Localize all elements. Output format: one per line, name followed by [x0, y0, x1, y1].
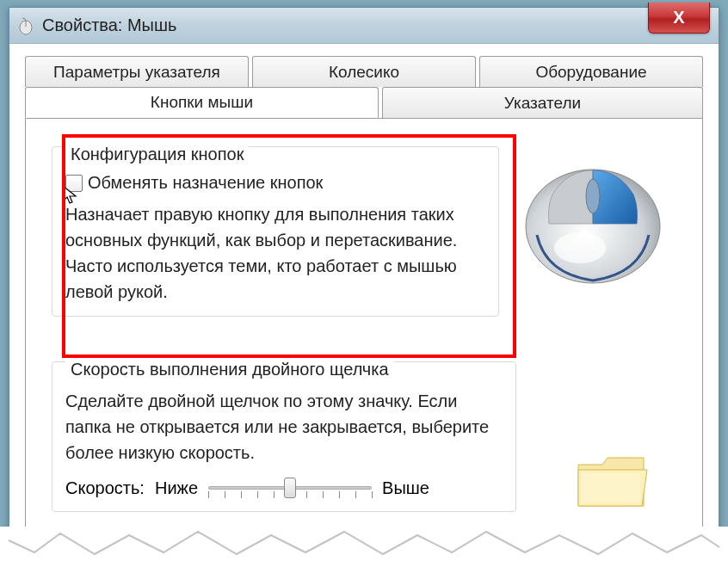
swap-buttons-description: Назначает правую кнопку для выполнения т… [65, 201, 485, 305]
tab-pointer-options[interactable]: Параметры указателя [25, 56, 249, 87]
speed-low-label: Ниже [155, 478, 198, 498]
tab-pointers[interactable]: Указатели [382, 87, 703, 118]
speed-label: Скорость: [65, 478, 145, 498]
svg-point-3 [586, 179, 600, 213]
close-button[interactable]: X [648, 3, 710, 34]
cursor-pointer-icon [61, 184, 80, 211]
tabs-row-2: Кнопки мыши Указатели [25, 87, 703, 118]
double-click-test-folder[interactable] [573, 449, 651, 515]
swap-buttons-label: Обменять назначение кнопок [88, 173, 323, 193]
page-torn-edge [0, 527, 728, 561]
mouse-icon [16, 16, 35, 35]
swap-buttons-checkbox[interactable] [65, 175, 83, 192]
svg-rect-5 [582, 473, 640, 502]
double-click-legend: Скорость выполнения двойного щелчка [65, 360, 394, 379]
window-title: Свойства: Мышь [42, 15, 176, 35]
tab-wheel[interactable]: Колесико [252, 56, 476, 87]
mouse-properties-window: Свойства: Мышь X Параметры указателя Кол… [9, 7, 719, 561]
speed-high-label: Выше [382, 478, 429, 498]
double-click-speed-slider[interactable] [208, 476, 372, 500]
button-config-group: Конфигурация кнопок Обменять назначение … [52, 136, 499, 317]
tab-buttons[interactable]: Кнопки мыши [25, 87, 379, 118]
svg-point-4 [554, 232, 606, 263]
tabs-row-1: Параметры указателя Колесико Оборудовани… [25, 56, 703, 87]
titlebar[interactable]: Свойства: Мышь X [9, 8, 719, 44]
slider-thumb[interactable] [284, 478, 296, 498]
dialog-content: Параметры указателя Колесико Оборудовани… [9, 44, 719, 561]
tab-hardware[interactable]: Оборудование [479, 56, 703, 87]
button-config-legend: Конфигурация кнопок [65, 145, 249, 164]
close-icon: X [673, 8, 684, 28]
mouse-illustration [511, 145, 675, 291]
double-click-speed-group: Скорость выполнения двойного щелчка Сдел… [52, 351, 516, 512]
tab-panel-buttons: Конфигурация кнопок Обменять назначение … [25, 118, 703, 561]
double-click-description: Сделайте двойной щелчок по этому значку.… [65, 388, 496, 465]
